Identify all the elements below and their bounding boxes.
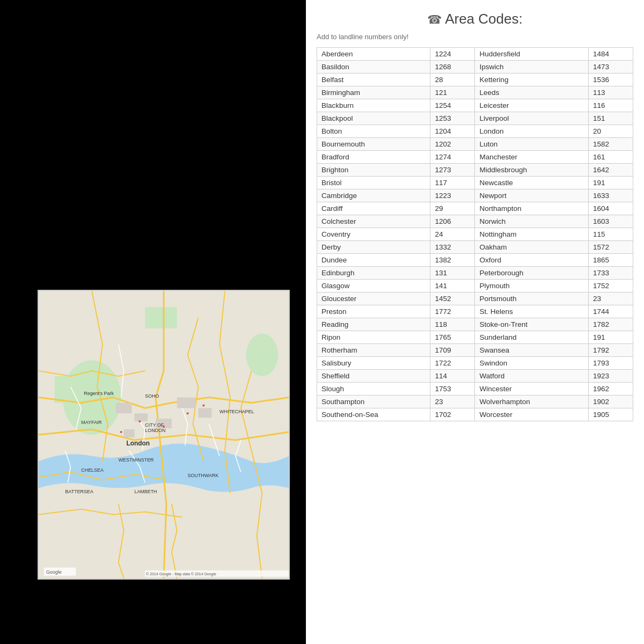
code-right: 1473 xyxy=(588,61,633,74)
city-left: Cardiff xyxy=(317,202,430,215)
code-left: 1273 xyxy=(430,164,475,177)
city-left: Blackpool xyxy=(317,112,430,125)
area-codes-table: Aberdeen1224Huddersfield1484Basildon1268… xyxy=(317,47,633,421)
code-left: 1224 xyxy=(430,48,475,61)
code-left: 1202 xyxy=(430,138,475,151)
svg-text:London: London xyxy=(127,440,150,447)
svg-text:CITY OF: CITY OF xyxy=(145,422,164,428)
table-row: Reading118Stoke-on-Trent1782 xyxy=(317,318,633,331)
city-right: Norwich xyxy=(475,215,588,228)
city-left: Birmingham xyxy=(317,86,430,99)
main-container: London Regent's Park SOHO CITY OF LONDON… xyxy=(0,0,644,644)
city-right: Manchester xyxy=(475,151,588,164)
city-left: Southampton xyxy=(317,396,430,408)
code-right: 1902 xyxy=(588,396,633,408)
code-right: 20 xyxy=(588,125,633,138)
city-right: London xyxy=(475,125,588,138)
table-row: Southend-on-Sea1702Worcester1905 xyxy=(317,408,633,421)
table-row: Basildon1268Ipswich1473 xyxy=(317,61,633,74)
table-row: Aberdeen1224Huddersfield1484 xyxy=(317,48,633,61)
code-right: 1752 xyxy=(588,280,633,292)
code-right: 113 xyxy=(588,86,633,99)
code-right: 1962 xyxy=(588,383,633,396)
code-left: 1772 xyxy=(430,305,475,318)
page-title: ☎ Area Codes: xyxy=(317,11,633,27)
city-left: Brighton xyxy=(317,164,430,177)
code-right: 1744 xyxy=(588,305,633,318)
svg-text:Google: Google xyxy=(46,569,62,575)
left-panel: London Regent's Park SOHO CITY OF LONDON… xyxy=(0,0,306,644)
table-row: Slough1753Wincester1962 xyxy=(317,383,633,396)
city-right: Huddersfield xyxy=(475,48,588,61)
svg-text:LONDON: LONDON xyxy=(145,428,165,433)
code-left: 1765 xyxy=(430,331,475,344)
city-left: Salisbury xyxy=(317,357,430,370)
city-left: Bristol xyxy=(317,177,430,189)
city-left: Rotherham xyxy=(317,344,430,357)
svg-rect-4 xyxy=(145,307,177,328)
city-left: Belfast xyxy=(317,74,430,86)
code-left: 1206 xyxy=(430,215,475,228)
map-container: London Regent's Park SOHO CITY OF LONDON… xyxy=(38,290,290,580)
city-right: Wolverhampton xyxy=(475,396,588,408)
code-left: 1223 xyxy=(430,189,475,202)
code-left: 1702 xyxy=(430,408,475,421)
city-right: Northampton xyxy=(475,202,588,215)
svg-text:CHELSEA: CHELSEA xyxy=(81,467,104,473)
code-left: 1382 xyxy=(430,254,475,267)
code-right: 1865 xyxy=(588,254,633,267)
code-left: 121 xyxy=(430,86,475,99)
svg-text:Regent's Park: Regent's Park xyxy=(84,391,114,396)
city-left: Sheffield xyxy=(317,370,430,383)
city-left: Derby xyxy=(317,241,430,254)
city-right: Watford xyxy=(475,370,588,383)
table-row: Bradford1274Manchester161 xyxy=(317,151,633,164)
code-right: 151 xyxy=(588,112,633,125)
svg-rect-8 xyxy=(198,408,211,418)
code-left: 28 xyxy=(430,74,475,86)
city-left: Reading xyxy=(317,318,430,331)
svg-point-27 xyxy=(202,404,204,406)
code-right: 1603 xyxy=(588,215,633,228)
code-left: 117 xyxy=(430,177,475,189)
code-right: 115 xyxy=(588,228,633,241)
code-right: 1793 xyxy=(588,357,633,370)
city-left: Edinburgh xyxy=(317,267,430,280)
table-row: Edinburgh131Peterborough1733 xyxy=(317,267,633,280)
table-row: Salisbury1722Swindon1793 xyxy=(317,357,633,370)
code-left: 1709 xyxy=(430,344,475,357)
svg-point-26 xyxy=(120,431,122,433)
svg-rect-7 xyxy=(177,398,196,408)
city-right: Peterborough xyxy=(475,267,588,280)
table-row: Sheffield114Watford1923 xyxy=(317,370,633,383)
svg-text:SOUTHWARK: SOUTHWARK xyxy=(188,473,219,478)
code-right: 1792 xyxy=(588,344,633,357)
code-right: 116 xyxy=(588,99,633,112)
table-row: Derby1332Oakham1572 xyxy=(317,241,633,254)
code-left: 23 xyxy=(430,396,475,408)
city-left: Slough xyxy=(317,383,430,396)
city-left: Ripon xyxy=(317,331,430,344)
city-right: Swindon xyxy=(475,357,588,370)
city-right: Swansea xyxy=(475,344,588,357)
svg-rect-9 xyxy=(124,429,135,437)
svg-rect-2 xyxy=(55,376,103,403)
table-row: Glasgow141Plymouth1752 xyxy=(317,280,633,292)
svg-rect-6 xyxy=(134,413,148,421)
svg-point-3 xyxy=(246,334,278,376)
code-left: 1452 xyxy=(430,292,475,305)
city-right: Stoke-on-Trent xyxy=(475,318,588,331)
code-right: 1536 xyxy=(588,74,633,86)
city-left: Glasgow xyxy=(317,280,430,292)
table-row: Blackburn1254Leicester116 xyxy=(317,99,633,112)
title-text: Area Codes: xyxy=(445,11,523,27)
city-right: Oxford xyxy=(475,254,588,267)
code-left: 1274 xyxy=(430,151,475,164)
code-left: 141 xyxy=(430,280,475,292)
city-right: Newcastle xyxy=(475,177,588,189)
city-right: Middlesbrough xyxy=(475,164,588,177)
table-row: Rotherham1709Swansea1792 xyxy=(317,344,633,357)
table-row: Birmingham121Leeds113 xyxy=(317,86,633,99)
city-right: Sunderland xyxy=(475,331,588,344)
city-right: St. Helens xyxy=(475,305,588,318)
